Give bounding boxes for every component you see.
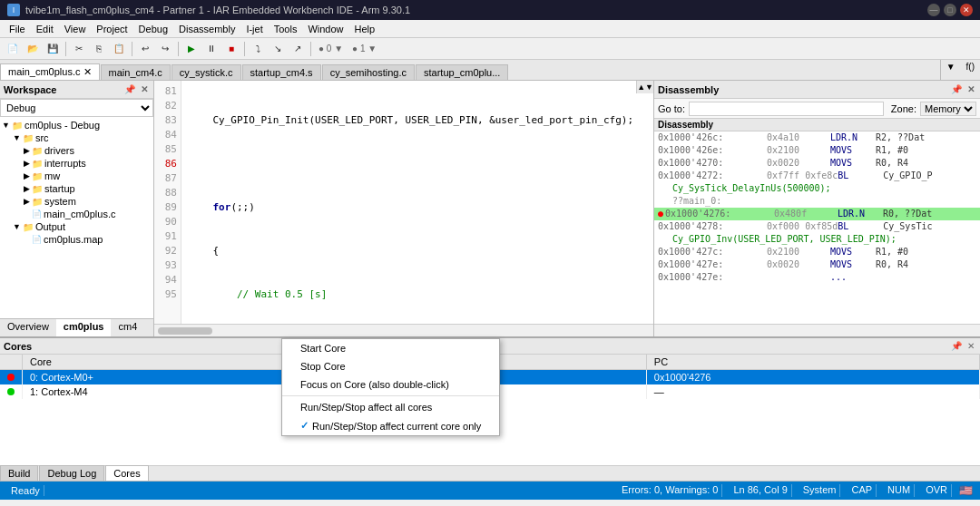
tab-cy-semihosting[interactable]: cy_semihosting.c bbox=[322, 64, 415, 80]
tab-startup-cm4[interactable]: startup_cm4.s bbox=[242, 64, 321, 80]
tree-item-cm0plus-map[interactable]: ▶ 📄 cm0plus.map bbox=[2, 233, 152, 246]
disasm-row-active: ● 0x1000'4276:0x480fLDR.NR0, ??Dat bbox=[654, 208, 980, 220]
ws-tab-cm4[interactable]: cm4 bbox=[111, 319, 144, 336]
line-num-93: 93 bbox=[158, 258, 177, 273]
minimize-button[interactable]: — bbox=[927, 4, 940, 16]
disassembly-close[interactable]: ✕ bbox=[965, 84, 976, 94]
scroll-tabs-button[interactable]: ▼ bbox=[940, 60, 961, 80]
line-num-91: 91 bbox=[158, 229, 177, 244]
step-out-button[interactable]: ↗ bbox=[289, 41, 307, 57]
debug-go-button[interactable]: ▶ bbox=[182, 41, 201, 57]
menu-edit[interactable]: Edit bbox=[31, 22, 59, 36]
tree-item-cm0plus-debug[interactable]: ▼ 📁 cm0plus - Debug bbox=[2, 119, 152, 131]
disassembly-content[interactable]: 0x1000'426c:0x4a10LDR.NR2, ??Dat 0x1000'… bbox=[654, 131, 980, 324]
menu-view[interactable]: View bbox=[59, 22, 92, 36]
disasm-row-8: 0x1000'427e:0x0020MOVSR0, R4 bbox=[654, 258, 980, 271]
workspace-pin[interactable]: 📌 bbox=[122, 84, 137, 94]
tab-main-cm4[interactable]: main_cm4.c bbox=[101, 64, 171, 80]
disassembly-goto-row: Go to: Zone: Memory Flash bbox=[654, 99, 980, 119]
core-pc-1: — bbox=[646, 384, 979, 399]
tab-startup-cm0plu[interactable]: startup_cm0plu... bbox=[416, 64, 508, 80]
workspace-select[interactable]: Debug Release bbox=[0, 99, 153, 117]
bottom-tab-cores[interactable]: Cores bbox=[105, 465, 148, 481]
tab-main-cm0plus[interactable]: main_cm0plus.c ✕ bbox=[0, 63, 100, 80]
tree-item-output[interactable]: ▼ 📁 Output bbox=[2, 220, 152, 233]
disasm-row-7: 0x1000'427c:0x2100MOVSR1, #0 bbox=[654, 246, 980, 258]
menu-help[interactable]: Help bbox=[349, 22, 381, 36]
debug-stop-button[interactable]: ■ bbox=[222, 41, 240, 57]
menu-ijet[interactable]: I-jet bbox=[240, 22, 268, 36]
bottom-tab-debug-log[interactable]: Debug Log bbox=[39, 465, 104, 481]
nav-up[interactable]: ▲ bbox=[637, 81, 645, 93]
app-icon: I bbox=[7, 4, 20, 16]
disasm-row-2: 0x1000'426e:0x2100MOVSR1, #0 bbox=[654, 144, 980, 157]
tree-item-interrupts[interactable]: ▶ 📁 interrupts bbox=[2, 157, 152, 170]
disasm-row-4: 0x1000'4272:0xf7ff 0xfe8cBLCy_GPIO_P bbox=[654, 170, 980, 182]
new-button[interactable]: 📄 bbox=[4, 41, 22, 57]
ctx-stop-core[interactable]: Stop Core bbox=[282, 357, 499, 375]
menu-bar: File Edit View Project Debug Disassembly… bbox=[0, 20, 980, 38]
line-numbers: 81 82 83 84 85 ●86 87 88 89 90 91 92 93 … bbox=[154, 81, 181, 324]
line-num-86: ●86 bbox=[158, 157, 177, 171]
cores-pin[interactable]: 📌 bbox=[949, 341, 964, 351]
tree-item-src[interactable]: ▼ 📁 src bbox=[2, 131, 152, 144]
step-into-button[interactable]: ↘ bbox=[269, 41, 287, 57]
zone-select[interactable]: Memory Flash bbox=[920, 102, 976, 116]
tree-item-system[interactable]: ▶ 📁 system bbox=[2, 195, 152, 208]
ctx-affect-all[interactable]: Run/Step/Stop affect all cores bbox=[282, 398, 499, 416]
menu-file[interactable]: File bbox=[4, 22, 31, 36]
menu-debug[interactable]: Debug bbox=[133, 22, 173, 36]
copy-button[interactable]: ⎘ bbox=[90, 41, 108, 57]
toolbar-sep-3 bbox=[178, 42, 179, 56]
bottom-panel: Cores 📌 ✕ Core Status PC 0: Cortex-M0+ S… bbox=[0, 336, 980, 482]
goto-label: Go to: bbox=[658, 103, 685, 114]
nav-down[interactable]: ▼ bbox=[645, 81, 653, 93]
zone-label: Zone: bbox=[891, 103, 916, 114]
workspace-header: Workspace 📌 ✕ bbox=[0, 81, 153, 99]
cut-button[interactable]: ✂ bbox=[70, 41, 88, 57]
code-editor: 81 82 83 84 85 ●86 87 88 89 90 91 92 93 … bbox=[154, 81, 653, 336]
bottom-tab-build[interactable]: Build bbox=[0, 465, 38, 481]
bottom-tabs-bar: Build Debug Log Cores bbox=[0, 465, 980, 482]
cores-panel-close[interactable]: ✕ bbox=[965, 341, 976, 351]
disasm-scrollbar[interactable] bbox=[654, 324, 980, 336]
open-button[interactable]: 📂 bbox=[24, 41, 42, 57]
step-over-button[interactable]: ⤵ bbox=[249, 41, 267, 57]
menu-tools[interactable]: Tools bbox=[269, 22, 303, 36]
code-lines[interactable]: Cy_GPIO_Pin_Init(USER_LED_PORT, USER_LED… bbox=[181, 81, 653, 324]
menu-window[interactable]: Window bbox=[302, 22, 348, 36]
line-num-84: 84 bbox=[158, 128, 177, 142]
disassembly-pin[interactable]: 📌 bbox=[949, 84, 964, 94]
ctx-start-core[interactable]: Start Core bbox=[282, 339, 499, 357]
disasm-row-3: 0x1000'4270:0x0020MOVSR0, R4 bbox=[654, 157, 980, 170]
menu-disassembly[interactable]: Disassembly bbox=[173, 22, 240, 36]
goto-input[interactable] bbox=[689, 102, 884, 116]
code-content[interactable]: 81 82 83 84 85 ●86 87 88 89 90 91 92 93 … bbox=[154, 81, 653, 324]
ws-tab-cm0plus[interactable]: cm0plus bbox=[56, 319, 112, 336]
line-num-87: 87 bbox=[158, 171, 177, 186]
debug-break-button[interactable]: ⏸ bbox=[202, 41, 220, 57]
tree-item-startup[interactable]: ▶ 📁 startup bbox=[2, 182, 152, 195]
tree-item-mw[interactable]: ▶ 📁 mw bbox=[2, 170, 152, 182]
close-button[interactable]: ✕ bbox=[960, 4, 973, 16]
title-text: tvibe1m_flash_cm0plus_cm4 - Partner 1 - … bbox=[25, 5, 410, 15]
paste-button[interactable]: 📋 bbox=[110, 41, 128, 57]
line-num-88: 88 bbox=[158, 186, 177, 200]
menu-project[interactable]: Project bbox=[91, 22, 132, 36]
tree-item-main-cm0plus-c[interactable]: ▶ 📄 main_cm0plus.c bbox=[2, 208, 152, 220]
ctx-focus-core[interactable]: Focus on Core (also double-click) bbox=[282, 375, 499, 394]
tab-cy-systick[interactable]: cy_systick.c bbox=[172, 64, 241, 80]
line-num-85: 85 bbox=[158, 142, 177, 157]
maximize-button[interactable]: □ bbox=[944, 4, 956, 16]
workspace-close[interactable]: ✕ bbox=[139, 84, 150, 94]
undo-button[interactable]: ↩ bbox=[136, 41, 154, 57]
scrollbar-thumb[interactable] bbox=[158, 327, 212, 335]
ctx-affect-current[interactable]: ✓ Run/Step/Stop affect current core only bbox=[282, 416, 499, 435]
tree-item-drivers[interactable]: ▶ 📁 drivers bbox=[2, 144, 152, 157]
save-button[interactable]: 💾 bbox=[44, 41, 62, 57]
redo-button[interactable]: ↪ bbox=[156, 41, 174, 57]
status-system: System bbox=[799, 484, 841, 497]
workspace-tabs: Overview cm0plus cm4 bbox=[0, 318, 153, 336]
ws-tab-overview[interactable]: Overview bbox=[0, 319, 56, 336]
h-scrollbar[interactable] bbox=[154, 324, 653, 336]
